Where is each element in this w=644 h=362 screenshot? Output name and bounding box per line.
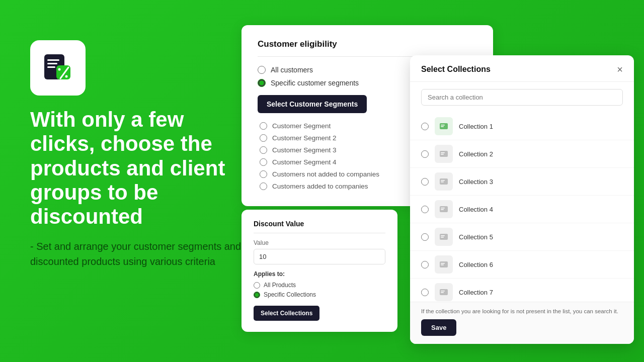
svg-rect-28 [441, 292, 444, 293]
collection-item: Collection 7 [410, 279, 634, 302]
svg-rect-22 [441, 237, 444, 238]
svg-rect-26 [440, 289, 448, 295]
svg-rect-11 [440, 151, 448, 157]
collection-thumbnail [435, 200, 453, 218]
collections-modal: Select Collections × Collection 1 Collec… [410, 55, 634, 344]
collection-item: Collection 5 [410, 223, 634, 251]
applies-label: Applies to: [254, 270, 385, 278]
collection-item: Collection 3 [410, 168, 634, 196]
collection-thumbnail [435, 117, 453, 135]
collection-radio[interactable] [421, 150, 429, 158]
svg-rect-3 [47, 66, 55, 68]
segment-radio[interactable] [260, 146, 267, 154]
segment-radio[interactable] [260, 183, 267, 190]
svg-rect-18 [441, 208, 445, 209]
segment-radio[interactable] [260, 170, 267, 178]
all-products-radio[interactable] [254, 282, 260, 289]
value-input[interactable] [254, 249, 385, 264]
segment-label: Customer Segment 2 [272, 134, 337, 142]
collection-item: Collection 6 [410, 251, 634, 279]
segment-label: Customer Segment 3 [272, 146, 337, 154]
collection-search-input[interactable] [421, 89, 623, 106]
svg-point-7 [65, 75, 68, 78]
modal-title: Select Collections [421, 65, 491, 74]
svg-rect-13 [441, 154, 444, 155]
collection-list: Collection 1 Collection 2 Collection 3 C… [410, 111, 634, 302]
collection-radio[interactable] [421, 233, 429, 241]
segment-radio[interactable] [260, 122, 267, 130]
left-panel: With only a few clicks, choose the produ… [30, 40, 247, 269]
specific-collections-label: Specific Collections [264, 291, 316, 298]
logo-box [30, 40, 86, 96]
segment-radio[interactable] [260, 158, 267, 166]
collection-name: Collection 2 [459, 150, 493, 158]
specific-collections-radio[interactable] [254, 292, 260, 298]
all-customers-label: All customers [271, 66, 313, 74]
collection-radio[interactable] [421, 261, 429, 268]
segment-label: Customers added to companies [272, 183, 368, 190]
svg-rect-14 [440, 178, 448, 185]
collection-radio[interactable] [421, 178, 429, 186]
svg-rect-25 [441, 264, 444, 265]
eligibility-title: Customer eligibility [258, 39, 477, 57]
svg-rect-16 [441, 182, 444, 183]
save-button[interactable]: Save [421, 319, 456, 336]
modal-footer: If the collection you are looking for is… [410, 302, 634, 344]
collection-name: Collection 4 [459, 206, 493, 213]
modal-header: Select Collections × [410, 55, 634, 82]
svg-point-5 [58, 68, 61, 71]
svg-rect-17 [440, 206, 448, 212]
main-subtext: - Set and arrange your customer segments… [30, 239, 247, 269]
svg-rect-21 [441, 235, 445, 236]
collection-radio[interactable] [421, 123, 429, 130]
modal-close-button[interactable]: × [617, 64, 623, 74]
collection-item: Collection 1 [410, 113, 634, 140]
svg-rect-27 [441, 291, 445, 292]
collection-thumbnail [435, 228, 453, 246]
select-segments-button[interactable]: Select Customer Segments [258, 95, 367, 113]
svg-rect-15 [441, 180, 445, 181]
collection-name: Collection 5 [459, 233, 493, 241]
collection-name: Collection 1 [459, 123, 493, 130]
collection-item: Collection 4 [410, 196, 634, 223]
collection-thumbnail [435, 145, 453, 163]
svg-rect-24 [441, 263, 445, 264]
main-headline: With only a few clicks, choose the produ… [30, 108, 247, 229]
segment-label: Customer Segment [272, 122, 331, 130]
svg-rect-23 [440, 261, 448, 267]
collection-name: Collection 3 [459, 178, 493, 186]
svg-rect-20 [440, 234, 448, 240]
segment-radio[interactable] [260, 134, 267, 142]
collection-thumbnail [435, 172, 453, 191]
svg-rect-2 [47, 63, 57, 64]
all-products-option[interactable]: All Products [254, 282, 385, 289]
collection-radio[interactable] [421, 289, 429, 296]
segment-label: Customers not added to companies [272, 170, 379, 178]
panels-area: Customer eligibility All customers Speci… [242, 25, 634, 347]
discount-title: Discount Value [254, 220, 385, 233]
svg-rect-12 [441, 152, 445, 153]
footer-note: If the collection you are looking for is… [421, 308, 623, 314]
svg-rect-1 [47, 59, 59, 61]
collection-item: Collection 2 [410, 140, 634, 168]
all-customers-radio[interactable] [258, 66, 266, 74]
svg-rect-9 [441, 125, 445, 126]
collection-thumbnail [435, 255, 453, 274]
collection-thumbnail [435, 283, 453, 301]
svg-rect-10 [441, 126, 444, 127]
value-label: Value [254, 239, 385, 246]
collection-name: Collection 6 [459, 261, 493, 268]
discount-card: Discount Value Value Applies to: All Pro… [242, 210, 397, 332]
specific-segments-label: Specific customer segments [271, 79, 359, 87]
all-products-label: All Products [264, 282, 296, 289]
svg-rect-8 [440, 123, 448, 129]
segment-label: Customer Segment 4 [272, 158, 337, 166]
collection-name: Collection 7 [459, 289, 493, 296]
svg-rect-19 [441, 209, 444, 210]
specific-collections-option[interactable]: Specific Collections [254, 291, 385, 298]
collection-radio[interactable] [421, 206, 429, 213]
specific-segments-radio[interactable] [258, 79, 266, 87]
select-collections-button[interactable]: Select Collections [254, 306, 319, 321]
